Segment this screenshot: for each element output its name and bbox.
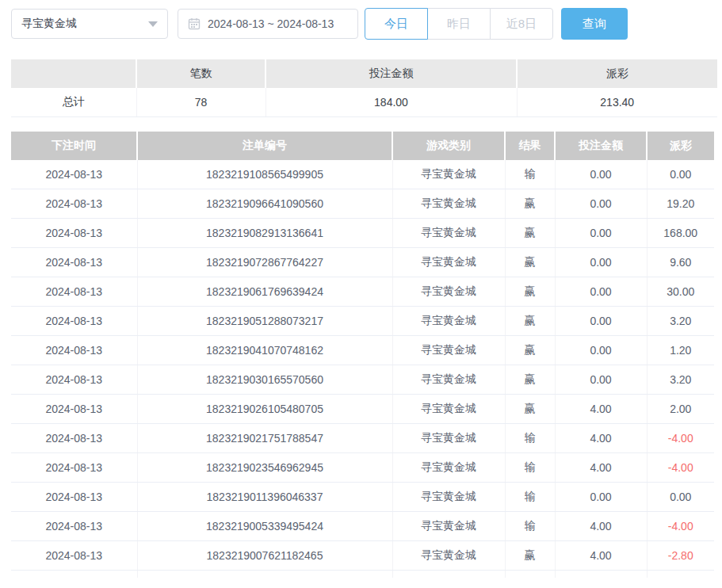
today-button[interactable]: 今日 — [365, 8, 428, 40]
bet-amount-cell: 0.00 — [555, 248, 647, 277]
game-type-cell: 寻宝黄金城 — [392, 483, 505, 512]
order-id-cell: 1823219026105480705 — [137, 395, 392, 424]
result-cell: 输 — [505, 424, 555, 453]
summary-header-payout: 派彩 — [517, 59, 717, 88]
last-8-days-button[interactable]: 近8日 — [490, 8, 553, 40]
game-select-value: 寻宝黄金城 — [21, 17, 77, 31]
record-row: 2024-08-13 1823219072867764227 寻宝黄金城 赢 0… — [11, 248, 714, 277]
bet-amount-cell: 0.00 — [555, 483, 647, 512]
query-button[interactable]: 查询 — [561, 8, 628, 40]
game-select[interactable]: 寻宝黄金城 — [11, 9, 168, 39]
bet-amount-cell: 0.00 — [555, 219, 647, 248]
record-row: 2024-08-13 1823219096641090560 寻宝黄金城 赢 0… — [11, 189, 714, 219]
calendar-icon — [188, 17, 201, 30]
summary-header-bet-amount: 投注金额 — [265, 59, 517, 88]
bet-date-cell: 2024-08-13 — [11, 541, 137, 571]
bet-date-cell: 2024-08-13 — [11, 277, 137, 307]
summary-total-label: 总计 — [11, 88, 136, 116]
game-type-cell: 寻宝黄金城 — [392, 307, 505, 336]
record-row: 2024-08-13 1823219108565499905 寻宝黄金城 输 0… — [11, 160, 714, 189]
order-id-cell: 1823219061769639424 — [137, 277, 392, 307]
result-cell: 赢 — [505, 336, 555, 365]
bet-date-cell: 2024-08-13 — [11, 160, 137, 189]
record-row: 2024-08-13 1823219023546962945 寻宝黄金城 输 4… — [11, 453, 714, 483]
game-type-cell: 寻宝黄金城 — [392, 512, 505, 541]
bet-date-cell: 2024-08-13 — [11, 365, 137, 395]
result-cell: 赢 — [505, 219, 555, 248]
records-header-row: 下注时间 注单编号 游戏类别 结果 投注金额 派彩 — [11, 132, 714, 160]
date-range-input[interactable]: 2024-08-13 ~ 2024-08-13 — [178, 9, 358, 39]
game-type-cell: 寻宝黄金城 — [392, 541, 505, 571]
bet-amount-cell: 0.00 — [555, 336, 647, 365]
payout-cell: 0.00 — [647, 483, 714, 512]
date-range-value: 2024-08-13 ~ 2024-08-13 — [208, 17, 334, 30]
order-id-cell: 1823219108565499905 — [137, 160, 392, 189]
header-bet-amount: 投注金额 — [555, 132, 647, 160]
chevron-down-icon — [148, 21, 158, 27]
game-type-cell: 寻宝黄金城 — [392, 248, 505, 277]
header-payout: 派彩 — [647, 132, 714, 160]
order-id-cell: 1823219072867764227 — [137, 248, 392, 277]
record-row: 2024-08-13 1823219007621182465 寻宝黄金城 赢 4… — [11, 541, 714, 571]
bet-date-cell: 2024-08-13 — [11, 512, 137, 541]
result-cell: 输 — [505, 160, 555, 189]
yesterday-button[interactable]: 昨日 — [427, 8, 491, 40]
summary-header-blank — [11, 59, 136, 88]
payout-cell: 0.00 — [647, 160, 714, 189]
payout-cell: -4.00 — [647, 453, 714, 483]
result-cell: 赢 — [505, 365, 555, 395]
bet-amount-cell: 4.00 — [555, 395, 647, 424]
bet-date-cell: 2024-08-13 — [11, 336, 137, 365]
bet-amount-cell: 0.00 — [555, 160, 647, 189]
bet-date-cell: 2024-08-13 — [11, 453, 137, 483]
order-id-cell: 1823219021751788547 — [137, 424, 392, 453]
summary-count-value: 78 — [136, 88, 265, 116]
record-row: 2024-08-13 1823219021751788547 寻宝黄金城 输 4… — [11, 424, 714, 453]
records-table: 下注时间 注单编号 游戏类别 结果 投注金额 派彩 2024-08-13 182… — [11, 132, 714, 578]
game-type-cell: 寻宝黄金城 — [392, 395, 505, 424]
order-id-cell: 1823219005339495424 — [137, 512, 392, 541]
bet-amount-cell: 4.00 — [555, 453, 647, 483]
order-id-cell: 1823219096641090560 — [137, 189, 392, 219]
summary-header-row: 笔数 投注金额 派彩 — [11, 59, 717, 88]
game-type-cell: 寻宝黄金城 — [392, 160, 505, 189]
result-cell: 赢 — [505, 541, 555, 571]
record-row: 2024-08-13 1823219082913136641 寻宝黄金城 赢 0… — [11, 219, 714, 248]
result-cell: 赢 — [505, 395, 555, 424]
order-id-cell: 1823219041070748162 — [137, 336, 392, 365]
bet-amount-cell: 0.00 — [555, 189, 647, 219]
bet-date-cell: 2024-08-13 — [11, 189, 137, 219]
bet-amount-cell: 0.00 — [555, 365, 647, 395]
payout-cell: 1.20 — [647, 336, 714, 365]
header-bet-time: 下注时间 — [11, 132, 137, 160]
game-type-cell: 寻宝黄金城 — [392, 277, 505, 307]
payout-cell: 9.60 — [647, 248, 714, 277]
bet-amount-cell: 4.00 — [555, 541, 647, 571]
game-type-cell: 寻宝黄金城 — [392, 189, 505, 219]
header-order-id: 注单编号 — [137, 132, 392, 160]
order-id-cell: 1823219023546962945 — [137, 453, 392, 483]
game-type-cell: 寻宝黄金城 — [392, 219, 505, 248]
next-row-sliver — [11, 571, 714, 578]
payout-cell: -4.00 — [647, 512, 714, 541]
payout-cell: 19.20 — [647, 189, 714, 219]
bet-date-cell: 2024-08-13 — [11, 395, 137, 424]
result-cell: 输 — [505, 512, 555, 541]
record-row: 2024-08-13 1823219041070748162 寻宝黄金城 赢 0… — [11, 336, 714, 365]
payout-cell: -2.80 — [647, 541, 714, 571]
bet-amount-cell: 4.00 — [555, 424, 647, 453]
bet-date-cell: 2024-08-13 — [11, 307, 137, 336]
bet-amount-cell: 4.00 — [555, 512, 647, 541]
result-cell: 赢 — [505, 277, 555, 307]
record-row: 2024-08-13 1823219005339495424 寻宝黄金城 输 4… — [11, 512, 714, 541]
order-id-cell: 1823219007621182465 — [137, 541, 392, 571]
summary-header-count: 笔数 — [136, 59, 265, 88]
bet-amount-cell: 0.00 — [555, 307, 647, 336]
payout-cell: 30.00 — [647, 277, 714, 307]
bet-date-cell: 2024-08-13 — [11, 219, 137, 248]
result-cell: 赢 — [505, 248, 555, 277]
payout-cell: 3.20 — [647, 307, 714, 336]
toolbar: 寻宝黄金城 2024-08-13 ~ 2024-08-13 今日 昨日 近8日 … — [0, 0, 722, 40]
result-cell: 赢 — [505, 189, 555, 219]
result-cell: 输 — [505, 453, 555, 483]
